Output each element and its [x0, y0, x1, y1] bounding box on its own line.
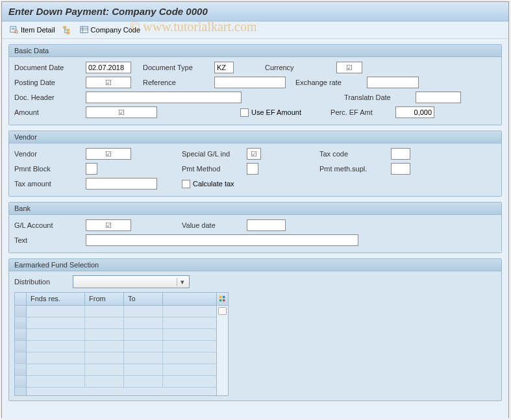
table-row[interactable] — [27, 364, 216, 376]
document-type-input[interactable] — [214, 62, 234, 73]
doc-header-input[interactable] — [86, 92, 242, 103]
amount-input[interactable] — [86, 106, 157, 118]
row-selector[interactable] — [15, 364, 26, 376]
hierarchy-icon — [63, 25, 72, 34]
pmt-method-input[interactable] — [247, 163, 258, 175]
svg-rect-5 — [63, 27, 66, 29]
document-date-input[interactable] — [86, 62, 131, 73]
perc-ef-amt-input[interactable] — [395, 106, 434, 118]
vendor-title: Vendor — [9, 131, 501, 143]
checkbox-icon — [182, 180, 190, 188]
tax-amount-input[interactable] — [86, 178, 157, 190]
posting-date-label: Posting Date — [14, 79, 86, 86]
scroll-thumb[interactable] — [218, 307, 227, 315]
currency-label: Currency — [265, 64, 336, 71]
translatn-date-input[interactable] — [416, 92, 461, 103]
tree-button[interactable] — [60, 24, 75, 36]
item-detail-label: Item Detail — [21, 26, 55, 34]
table-scrollbar — [216, 293, 228, 395]
tax-code-input[interactable] — [391, 148, 410, 160]
special-gl-ind-input[interactable] — [247, 148, 261, 160]
table-row[interactable] — [27, 317, 216, 329]
select-all-button[interactable] — [15, 293, 26, 306]
distribution-dropdown[interactable]: ▾ — [73, 275, 190, 288]
text-input[interactable] — [86, 234, 358, 246]
search-list-icon — [10, 25, 19, 34]
table-row[interactable] — [27, 376, 216, 388]
row-selector[interactable] — [15, 306, 26, 317]
svg-rect-13 — [223, 295, 225, 297]
vertical-scrollbar[interactable] — [217, 306, 228, 395]
table-row[interactable] — [27, 306, 216, 317]
page-title: Enter Down Payment: Company Code 0000 — [8, 6, 208, 17]
vendor-group: Vendor Vendor Special G/L ind Tax code P… — [8, 130, 502, 197]
column-to[interactable]: To — [124, 293, 163, 305]
value-date-label: Value date — [182, 221, 247, 229]
tax-code-label: Tax code — [319, 150, 391, 158]
basic-data-title: Basic Data — [9, 45, 501, 57]
funds-table: Fnds res. From To — [14, 292, 229, 396]
svg-rect-6 — [67, 29, 69, 31]
pmt-method-label: Pmt Method — [182, 165, 247, 173]
column-from[interactable]: From — [85, 293, 124, 305]
gl-account-label: G/L Account — [14, 221, 86, 229]
posting-date-input[interactable] — [86, 77, 131, 88]
exchange-rate-label: Exchange rate — [295, 79, 367, 86]
main-window: Enter Down Payment: Company Code 0000 © … — [1, 1, 509, 418]
row-selector[interactable] — [15, 329, 26, 341]
svg-rect-14 — [219, 299, 221, 301]
table-header: Fnds res. From To — [27, 293, 216, 306]
pmnt-block-label: Pmnt Block — [14, 165, 86, 173]
bank-title: Bank — [9, 203, 501, 215]
exchange-rate-input[interactable] — [367, 77, 419, 88]
pmt-meth-supl-input[interactable] — [391, 163, 410, 175]
svg-line-4 — [17, 32, 18, 34]
content-area: Basic Data Document Date Document Type C… — [2, 39, 508, 418]
table-icon — [80, 25, 89, 34]
title-bar: Enter Down Payment: Company Code 0000 — [2, 2, 508, 21]
distribution-label: Distribution — [14, 278, 73, 286]
calculate-tax-label: Calculate tax — [193, 180, 234, 188]
vendor-label: Vendor — [14, 150, 86, 158]
vendor-input[interactable] — [86, 148, 131, 160]
table-body — [27, 306, 216, 388]
document-date-label: Document Date — [14, 64, 86, 71]
reference-input[interactable] — [214, 77, 286, 88]
row-selector[interactable] — [15, 376, 26, 388]
svg-rect-7 — [67, 32, 69, 34]
basic-data-group: Basic Data Document Date Document Type C… — [8, 44, 502, 125]
row-selector[interactable] — [15, 352, 26, 364]
company-code-button[interactable]: Company Code — [77, 24, 143, 36]
use-ef-amount-checkbox[interactable]: Use EF Amount — [240, 108, 301, 117]
toolbar: Item Detail Company Code — [2, 21, 508, 39]
table-row[interactable] — [27, 341, 216, 352]
doc-header-label: Doc. Header — [14, 93, 86, 101]
reference-label: Reference — [143, 79, 214, 86]
earmarked-group: Earmarked Fund Selection Distribution ▾ — [8, 258, 502, 401]
pmnt-block-input[interactable] — [86, 163, 97, 175]
perc-ef-amt-label: Perc. EF Amt — [330, 108, 395, 116]
table-config-button[interactable] — [217, 293, 228, 306]
table-row[interactable] — [27, 329, 216, 341]
svg-rect-15 — [223, 299, 225, 301]
table-row[interactable] — [27, 352, 216, 364]
chevron-down-icon: ▾ — [177, 278, 187, 286]
company-code-label: Company Code — [91, 26, 140, 34]
document-type-label: Document Type — [143, 64, 214, 71]
column-fnds-res[interactable]: Fnds res. — [27, 293, 85, 305]
gl-account-input[interactable] — [86, 219, 131, 231]
tax-amount-label: Tax amount — [14, 180, 86, 188]
bank-group: Bank G/L Account Value date Text — [8, 202, 502, 253]
pmt-meth-supl-label: Pmt meth.supl. — [319, 165, 391, 173]
row-selector[interactable] — [15, 341, 26, 352]
amount-label: Amount — [14, 108, 86, 116]
text-label: Text — [14, 236, 86, 244]
currency-input[interactable] — [336, 62, 362, 73]
item-detail-button[interactable]: Item Detail — [7, 24, 58, 36]
use-ef-amount-label: Use EF Amount — [251, 108, 301, 116]
special-gl-ind-label: Special G/L ind — [182, 150, 247, 158]
calculate-tax-checkbox[interactable]: Calculate tax — [182, 180, 234, 188]
row-selector[interactable] — [15, 317, 26, 329]
row-selector-column — [15, 293, 27, 395]
value-date-input[interactable] — [247, 219, 286, 231]
